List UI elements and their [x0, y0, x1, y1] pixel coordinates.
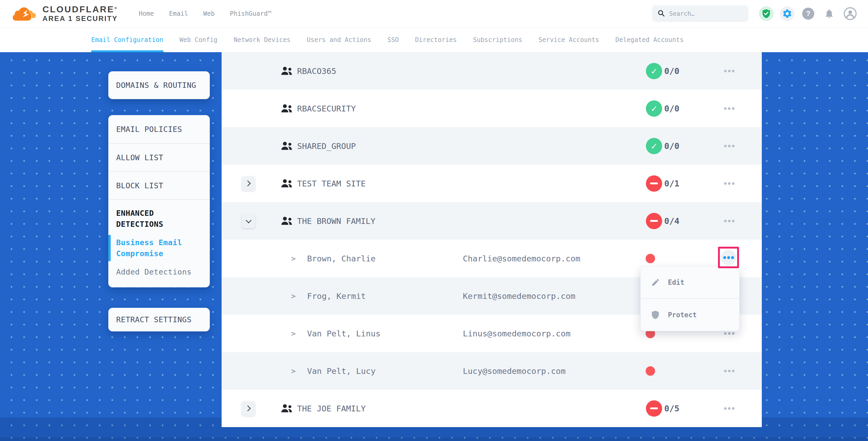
ellipsis-dot	[727, 256, 730, 259]
brand: CLOUDFLARE® AREA 1 SECURITY	[12, 4, 118, 23]
sidebar-subitem-business-email-compromise[interactable]: Business Email Compromise	[116, 237, 202, 259]
minus-icon	[650, 183, 658, 184]
row-menu-button[interactable]	[724, 407, 735, 410]
member-email: Linus@somedemocorp.com	[463, 329, 570, 338]
sidebar-item-block-list[interactable]: BLOCK LIST	[108, 171, 210, 199]
topnav-home[interactable]: Home	[139, 10, 154, 17]
row-menu-button[interactable]	[724, 107, 735, 110]
expand-button[interactable]	[242, 176, 255, 191]
status-icon: ✓	[646, 138, 662, 154]
minus-icon	[650, 220, 658, 222]
tab-subscriptions[interactable]: Subscriptions	[473, 28, 522, 52]
ellipsis-dot	[728, 107, 731, 110]
account-avatar-icon[interactable]	[843, 6, 858, 21]
ellipsis-dot	[724, 370, 727, 372]
ellipsis-dot	[724, 107, 727, 110]
topnav-email[interactable]: Email	[169, 10, 188, 17]
context-menu-item-protect[interactable]: Protect	[641, 298, 739, 331]
sidebar-item-domains-routing[interactable]: DOMAINS & ROUTING	[108, 71, 210, 99]
top-nav: HomeEmailWebPhishGuard™	[139, 10, 271, 17]
chevron-down-icon	[245, 217, 251, 223]
sidebar-card-0: DOMAINS & ROUTING	[108, 71, 210, 99]
row-menu-button[interactable]	[724, 332, 735, 335]
ellipsis-dot	[732, 370, 735, 372]
tab-directories[interactable]: Directories	[415, 28, 457, 52]
ellipsis-dot	[724, 407, 727, 410]
context-menu: EditProtect	[640, 266, 740, 331]
ellipsis-dot	[728, 220, 731, 222]
check-icon: ✓	[651, 104, 657, 113]
sidebar-subitem-added-detections[interactable]: Added Detections	[116, 266, 202, 277]
row-menu-button[interactable]	[724, 182, 735, 185]
ellipsis-dot	[728, 182, 731, 185]
status-icon: ✓	[646, 100, 662, 117]
status-icon	[646, 400, 662, 417]
protection-shield-icon[interactable]	[759, 6, 774, 21]
sidebar-item-retract-settings[interactable]: RETRACT SETTINGS	[108, 308, 210, 332]
ellipsis-dot	[732, 332, 735, 335]
topnav-phishguard[interactable]: PhishGuard™	[230, 10, 271, 17]
group-name: THE BROWN FAMILY	[297, 216, 375, 226]
ellipsis-dot	[724, 145, 727, 147]
ellipsis-dot	[732, 145, 735, 147]
member-name: Frog, Kermit	[307, 291, 366, 301]
tab-web-config[interactable]: Web Config	[180, 28, 218, 52]
expand-button[interactable]	[242, 401, 255, 416]
pencil-icon	[651, 278, 660, 287]
ellipsis-dot	[732, 407, 735, 410]
context-menu-item-edit[interactable]: Edit	[641, 266, 739, 298]
brand-subtitle: AREA 1 SECURITY	[42, 15, 118, 23]
tab-delegated-accounts[interactable]: Delegated Accounts	[616, 28, 684, 52]
sidebar-item-allow-list[interactable]: ALLOW LIST	[108, 143, 210, 171]
tab-network-devices[interactable]: Network Devices	[234, 28, 290, 52]
status-count: 0/0	[664, 66, 679, 76]
registered-mark: ®	[114, 6, 117, 10]
search-input[interactable]: Search…	[652, 5, 748, 22]
ellipsis-dot	[723, 256, 726, 259]
row-menu-button[interactable]	[724, 70, 735, 72]
topnav-web[interactable]: Web	[203, 10, 215, 17]
group-name: THE JOE FAMILY	[297, 404, 366, 413]
settings-gear-icon[interactable]	[780, 6, 795, 21]
header-actions: Search… ?	[652, 5, 858, 22]
tab-email-configuration[interactable]: Email Configuration	[91, 28, 163, 52]
group-row: SHARED_GROUP✓0/0	[222, 127, 762, 165]
notifications-bell-icon[interactable]	[822, 6, 837, 21]
status-icon	[646, 213, 662, 229]
group-icon	[281, 178, 293, 189]
ellipsis-dot	[732, 182, 735, 185]
group-row: THE BROWN FAMILY0/4	[222, 202, 762, 240]
menu-item-label: Protect	[668, 311, 697, 319]
ellipsis-dot	[732, 107, 735, 110]
group-row: THE JOE FAMILY0/5	[222, 389, 762, 427]
sidebar-item-email-policies[interactable]: EMAIL POLICIES	[108, 115, 210, 143]
help-icon[interactable]: ?	[801, 6, 815, 21]
tab-users-and-actions[interactable]: Users and Actions	[307, 28, 371, 52]
question-mark-glyph: ?	[802, 8, 814, 20]
group-icon	[281, 66, 293, 76]
status-count: 0/1	[664, 179, 679, 189]
row-menu-button[interactable]	[724, 370, 735, 372]
group-icon	[281, 216, 293, 226]
member-menu-button-active[interactable]	[721, 250, 736, 265]
member-chevron: >	[291, 254, 296, 263]
group-row: RBACO365✓0/0	[222, 52, 762, 90]
row-menu-button[interactable]	[724, 220, 735, 222]
ellipsis-dot	[728, 370, 731, 372]
ellipsis-dot	[724, 70, 727, 72]
group-icon	[281, 141, 293, 151]
member-name: Van Pelt, Lucy	[307, 366, 375, 376]
status-icon: ✓	[646, 63, 662, 79]
ellipsis-dot	[724, 332, 727, 335]
member-email: Lucy@somedemocorp.com	[463, 366, 566, 376]
expand-button[interactable]	[242, 214, 255, 228]
flag-dot	[646, 366, 655, 376]
sidebar-card-1: EMAIL POLICIESALLOW LISTBLOCK LISTENHANC…	[108, 115, 210, 287]
search-placeholder: Search…	[669, 10, 695, 17]
section-tabs: Email ConfigurationWeb ConfigNetwork Dev…	[0, 28, 868, 52]
row-menu-button[interactable]	[724, 145, 735, 147]
ellipsis-dot	[724, 220, 727, 222]
tab-sso[interactable]: SSO	[387, 28, 399, 52]
tab-service-accounts[interactable]: Service Accounts	[539, 28, 599, 52]
ellipsis-dot	[728, 407, 731, 410]
